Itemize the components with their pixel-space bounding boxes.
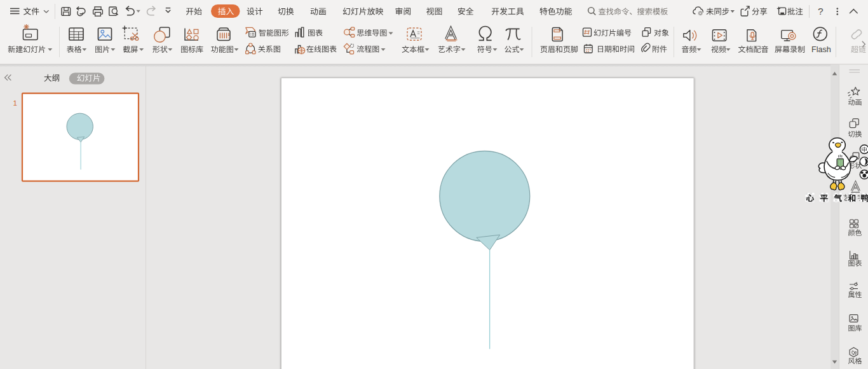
svg-text:?: ? (818, 6, 824, 17)
svg-text:1: 1 (13, 99, 17, 107)
svg-text:Flash: Flash (811, 45, 831, 54)
